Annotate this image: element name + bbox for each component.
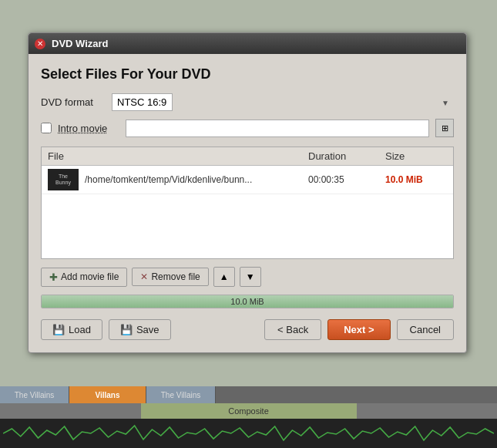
add-icon: ✚ xyxy=(49,271,58,283)
intro-input[interactable] xyxy=(126,120,429,137)
move-down-button[interactable]: ▼ xyxy=(240,267,261,287)
composite-clip: Composite xyxy=(141,403,357,419)
save-label: Save xyxy=(136,324,160,335)
format-label: DVD format xyxy=(41,96,102,108)
dialog-content: Select Files For Your DVD DVD format NTS… xyxy=(29,54,466,352)
bottom-row: 💾 Load 💾 Save < Back Next > Cancel xyxy=(41,319,454,340)
file-table: File Duration Size TheBunny /home/tomken… xyxy=(41,147,454,259)
clip-villains-3: The Villains xyxy=(146,386,216,403)
save-button[interactable]: 💾 Save xyxy=(109,319,171,340)
action-row: ✚ Add movie file ✕ Remove file ▲ ▼ xyxy=(41,267,454,287)
dialog-heading: Select Files For Your DVD xyxy=(41,66,454,83)
intro-browse-button[interactable]: ⊞ xyxy=(435,119,454,137)
remove-file-label: Remove file xyxy=(151,271,200,282)
col-size: Size xyxy=(385,150,447,162)
next-button[interactable]: Next > xyxy=(327,319,390,340)
clips-strip: The Villains Villans The Villains xyxy=(0,386,497,403)
load-label: Load xyxy=(69,324,91,335)
down-arrow-icon: ▼ xyxy=(246,271,255,282)
cancel-label: Cancel xyxy=(410,324,441,335)
col-duration: Duration xyxy=(308,150,385,162)
duration-cell: 00:00:35 xyxy=(308,174,385,185)
cancel-button[interactable]: Cancel xyxy=(397,319,454,340)
format-select-wrapper: NTSC 16:9 xyxy=(112,93,454,111)
table-header: File Duration Size xyxy=(42,147,453,166)
progress-text: 10.0 MiB xyxy=(230,297,264,306)
load-button[interactable]: 💾 Load xyxy=(41,319,102,340)
format-select[interactable]: NTSC 16:9 xyxy=(112,93,173,111)
add-movie-label: Add movie file xyxy=(61,271,119,282)
progress-bar: 10.0 MiB xyxy=(42,295,453,308)
load-icon: 💾 xyxy=(52,324,65,335)
add-movie-button[interactable]: ✚ Add movie file xyxy=(41,268,127,287)
close-button[interactable]: ✕ xyxy=(35,39,45,49)
next-label: Next > xyxy=(344,324,374,335)
col-file: File xyxy=(48,150,308,162)
size-cell: 10.0 MiB xyxy=(385,174,447,185)
format-row: DVD format NTSC 16:9 xyxy=(41,93,454,111)
waveform-svg xyxy=(3,423,494,444)
titlebar: ✕ DVD Wizard xyxy=(29,33,466,54)
dialog-title: DVD Wizard xyxy=(52,38,109,49)
timeline: The Villains Villans The Villains Compos… xyxy=(0,386,497,448)
back-button[interactable]: < Back xyxy=(264,319,321,340)
clip-villains-1: The Villains xyxy=(0,386,69,403)
remove-file-button[interactable]: ✕ Remove file xyxy=(132,268,208,286)
file-path: /home/tomkent/temp/Vid/kdenlive/bunn... xyxy=(85,174,252,185)
up-arrow-icon: ▲ xyxy=(220,271,229,282)
waveform-strip xyxy=(0,419,497,448)
intro-checkbox[interactable] xyxy=(41,123,52,133)
save-icon: 💾 xyxy=(120,324,133,335)
intro-row: Intro movie ⊞ xyxy=(41,119,454,137)
remove-icon: ✕ xyxy=(140,271,148,282)
intro-label: Intro movie xyxy=(58,123,119,134)
move-up-button[interactable]: ▲ xyxy=(213,267,235,287)
composite-strip: Composite xyxy=(0,403,497,419)
file-cell: TheBunny /home/tomkent/temp/Vid/kdenlive… xyxy=(48,169,308,190)
dvd-wizard-dialog: ✕ DVD Wizard Select Files For Your DVD D… xyxy=(28,32,467,353)
table-row[interactable]: TheBunny /home/tomkent/temp/Vid/kdenlive… xyxy=(42,166,453,194)
table-body: TheBunny /home/tomkent/temp/Vid/kdenlive… xyxy=(42,166,453,258)
file-thumbnail: TheBunny xyxy=(48,169,79,190)
back-label: < Back xyxy=(277,324,308,335)
progress-container: 10.0 MiB xyxy=(41,295,454,308)
clip-villans-center: Villans xyxy=(69,386,146,403)
